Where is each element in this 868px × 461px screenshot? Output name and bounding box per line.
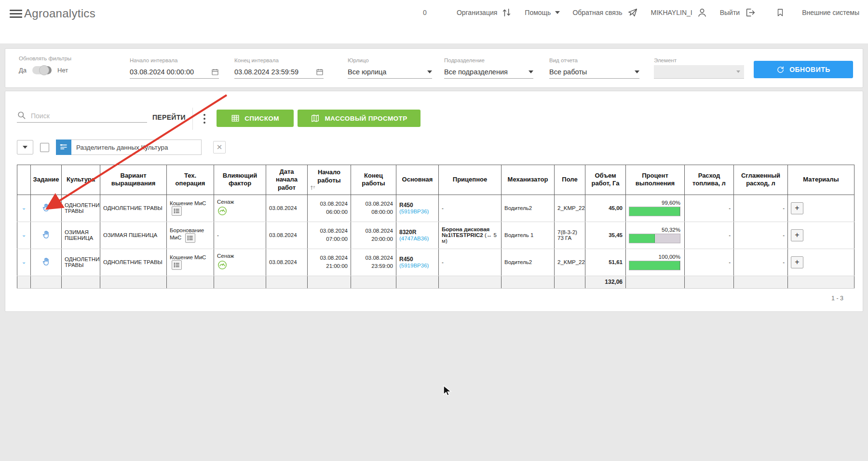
nav-user[interactable]: MIKHAYLIN_I [651,7,707,18]
nav-organization[interactable]: Организация [457,7,512,18]
expand-row-icon[interactable]: ⌄ [21,260,26,265]
col-trailer[interactable]: Прицепное [439,165,502,195]
interval-end-input[interactable]: 03.08.2024 23:59:59 [234,65,324,79]
toolbar-divider [192,108,193,130]
col-start-date[interactable]: Дата начала работ [266,165,308,195]
chevron-down-icon [555,11,560,14]
col-field[interactable]: Поле [555,165,585,195]
field-cell: 7(8-3-2) 73 ГА [555,222,585,249]
table-row: ⌄ ОДНОЛЕТНИЕ ТРАВЫ ОДНОЛЕТНИЕ ТРАВЫ Коше… [17,195,854,222]
pagination[interactable]: 1 - 3 [831,295,843,302]
add-materials-button[interactable]: + [791,256,803,268]
smoothed-fuel-cell: - [734,195,788,222]
operation-list-icon[interactable] [185,233,195,243]
chevron-down-icon [635,70,639,73]
main-vehicle-cell: 8320R (4747AB36) [396,222,439,249]
legal-entity-select[interactable]: Все юрлица [348,65,432,79]
col-operator[interactable]: Механизатор [502,165,555,195]
col-percent[interactable]: Процент выполнения [626,165,685,195]
variant-cell: ОДНОЛЕТНИЕ ТРАВЫ [100,195,167,222]
select-all-checkbox[interactable] [40,143,49,152]
notification-counter: 0 [423,9,427,16]
calendar-icon[interactable] [316,68,324,76]
chevron-down-icon [736,70,740,73]
paper-plane-icon [627,7,638,18]
col-volume[interactable]: Объем работ, Га [585,165,626,195]
expand-row-icon[interactable]: ⌄ [21,206,26,211]
nav-external-systems[interactable]: Внешние системы [802,9,859,16]
factor-cell: Сенаж [214,249,266,276]
legal-entity-label: Юрлицо [348,57,369,63]
top-bar: Agroanalytics 0 Организация Помощь Обрат… [0,0,868,43]
col-work-start[interactable]: Начало работы [308,165,351,195]
chevron-down-icon [427,70,432,73]
col-materials[interactable]: Материалы [788,165,854,195]
nav-help[interactable]: Помощь [525,9,560,16]
nav-feedback[interactable]: Обратная связь [572,7,638,18]
close-icon[interactable]: ✕ [213,141,226,154]
operator-cell: Водитель2 [502,195,555,222]
smoothed-fuel-cell: - [734,249,788,276]
vehicle-link[interactable]: (5919BP36) [399,263,435,268]
col-task[interactable]: Задание [31,165,62,195]
progress-bar [629,234,680,243]
refresh-button[interactable]: ОБНОВИТЬ [754,61,853,78]
gauge-icon[interactable] [217,260,228,270]
col-fuel[interactable]: Расход топлива, л [685,165,734,195]
fuel-cell: - [685,249,734,276]
col-work-end[interactable]: Конец работы [351,165,396,195]
calendar-icon[interactable] [211,68,219,76]
col-tech-operation[interactable]: Тех. операция [167,165,214,195]
fuel-cell: - [685,195,734,222]
tech-operation-cell: Кошение МиС [167,249,214,276]
interval-start-input[interactable]: 03.08.2024 00:00:00 [130,65,219,79]
splitter-dropdown-button[interactable] [17,140,33,154]
volume-cell: 45,00 [585,195,626,222]
operation-list-icon[interactable] [172,260,182,270]
nav-bookmark[interactable] [776,8,785,17]
toggle-yes-label: Да [19,67,27,74]
menu-icon[interactable] [10,10,22,19]
task-hand-icon[interactable] [41,256,51,267]
more-options-icon[interactable] [200,112,209,126]
update-filters-toggle[interactable] [32,66,52,74]
variant-cell: ОДНОЛЕТНИЕ ТРАВЫ [100,249,167,276]
search-icon[interactable] [17,111,26,120]
interval-end-label: Конец интервала [234,57,279,63]
gauge-icon[interactable] [217,206,228,216]
col-factor[interactable]: Влияющий фактор [214,165,266,195]
col-smoothed-fuel[interactable]: Сглаженный расход, л [734,165,788,195]
search-box [17,111,147,123]
go-button[interactable]: ПЕРЕЙТИ [152,113,186,121]
element-label: Элемент [654,57,677,63]
col-variant[interactable]: Вариант выращивания [100,165,167,195]
vehicle-link[interactable]: (5919BP36) [399,209,435,214]
mass-view-button[interactable]: МАССОВЫЙ ПРОСМОТР [298,110,420,127]
task-hand-icon[interactable] [41,229,51,240]
operator-cell: Водитель2 [502,249,555,276]
vehicle-link[interactable]: (4747AB36) [399,236,435,241]
nav-logout[interactable]: Выйти [720,7,756,18]
field-cell: 2_KMP_229 [555,249,585,276]
task-hand-icon[interactable] [41,202,51,213]
operator-cell: Водитель 1 [502,222,555,249]
division-select[interactable]: Все подразделения [444,65,533,79]
search-input[interactable] [31,112,137,120]
top-nav: 0 Организация Помощь Обратная связь MIKH… [423,0,859,25]
app-title: Agroanalytics [24,7,95,20]
culture-cell: ОЗИМАЯ ПШЕНИЦА [62,222,100,249]
operation-list-icon[interactable] [172,206,182,216]
add-materials-button[interactable]: + [791,202,803,214]
splitter-value[interactable]: Разделитель данных Культура [71,140,202,155]
list-view-button[interactable]: СПИСКОМ [217,110,294,127]
col-main-vehicle[interactable]: Основная [396,165,439,195]
report-type-select[interactable]: Все работы [549,65,639,79]
work-end-cell: 03.08.202420:00:00 [351,222,396,249]
col-culture[interactable]: Культура [62,165,100,195]
add-materials-button[interactable]: + [791,229,803,241]
work-start-cell: 03.08.202406:00:00 [308,195,351,222]
start-date-cell: 03.08.2024 [266,195,308,222]
chevron-down-icon [529,70,533,73]
expand-row-icon[interactable]: ⌄ [21,233,26,238]
field-cell: 2_KMP_222 [555,195,585,222]
